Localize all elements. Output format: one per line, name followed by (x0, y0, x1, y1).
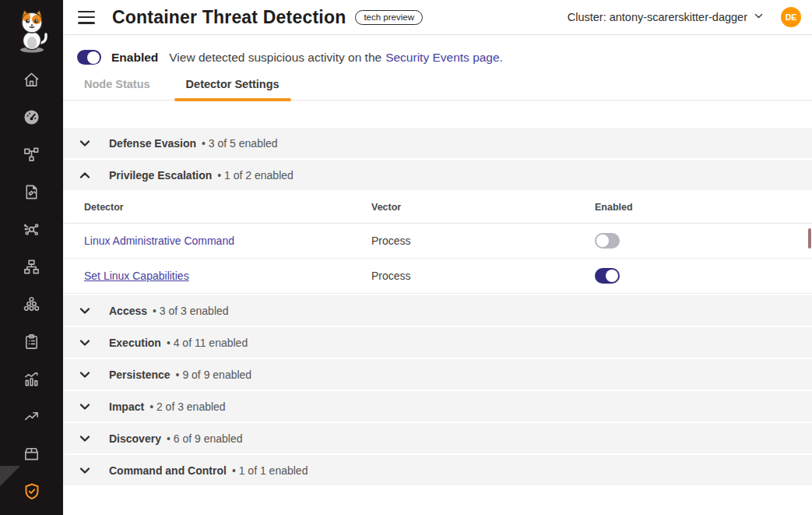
chevron-up-icon (79, 169, 91, 182)
network-flow-icon (23, 146, 40, 167)
section-count: • 9 of 9 enabled (176, 369, 252, 381)
sidebar-item-network-flow[interactable] (0, 137, 63, 175)
chevron-down-icon (79, 464, 91, 477)
column-header-vector: Vector (371, 202, 595, 213)
detector-table-header: Detector Vector Enabled (63, 192, 812, 224)
section-execution[interactable]: Execution • 4 of 11 enabled (63, 327, 812, 358)
section-count: • 3 of 5 enabled (202, 137, 278, 150)
section-impact[interactable]: Impact • 2 of 3 enabled (63, 391, 812, 422)
section-count: • 1 of 1 enabled (232, 464, 308, 477)
section-count: • 6 of 9 enabled (167, 432, 243, 445)
top-bar: Container Threat Detection tech preview … (63, 0, 812, 35)
section-label: Access (109, 305, 147, 317)
scrollbar-thumb[interactable] (808, 228, 811, 249)
chevron-down-icon (79, 369, 91, 381)
sidebar-corner-decoration (0, 466, 20, 486)
tab-detector-settings[interactable]: Detector Settings (174, 78, 291, 100)
tab-node-status[interactable]: Node Status (84, 78, 150, 100)
column-header-enabled: Enabled (595, 202, 812, 213)
enabled-label: Enabled (111, 51, 158, 65)
sidebar-item-dashboard[interactable] (0, 100, 63, 137)
security-events-link[interactable]: Security Events page. (385, 51, 503, 65)
section-count: • 1 of 2 enabled (217, 169, 294, 182)
chevron-down-icon (79, 305, 91, 317)
detector-toggle[interactable] (595, 233, 620, 249)
home-icon (23, 71, 40, 92)
sidebar-nav (0, 0, 63, 515)
section-count: • 2 of 3 enabled (149, 400, 226, 413)
sidebar-item-network-topology[interactable] (0, 249, 63, 287)
chevron-down-icon (79, 432, 91, 445)
table-row: Linux Administrative Command Process (63, 224, 812, 259)
section-persistence[interactable]: Persistence • 9 of 9 enabled (63, 359, 812, 390)
section-label: Command and Control (109, 464, 227, 477)
section-command-and-control[interactable]: Command and Control • 1 of 1 enabled (63, 455, 812, 485)
network-topology-icon (23, 258, 40, 279)
section-label: Privilege Escalation (109, 169, 212, 182)
main-area: Container Threat Detection tech preview … (63, 0, 812, 515)
detector-table: Detector Vector Enabled Linux Administra… (63, 192, 812, 294)
menu-button[interactable] (78, 11, 95, 24)
section-label: Persistence (109, 369, 170, 381)
section-label: Discovery (109, 432, 161, 445)
sidebar-item-trends[interactable] (0, 399, 63, 436)
service-graph-icon (23, 220, 40, 242)
detection-status-banner: Enabled View detected suspicious activit… (63, 35, 812, 65)
chevron-down-icon (754, 11, 764, 23)
table-row: Set Linux Capabilities Process (63, 259, 812, 294)
section-count: • 3 of 3 enabled (153, 305, 229, 317)
tab-bar: Node Status Detector Settings (63, 78, 812, 101)
section-label: Impact (109, 400, 144, 413)
sidebar-item-service-graph[interactable] (0, 212, 63, 249)
sidebar-icon-list (0, 62, 63, 511)
column-header-detector: Detector (84, 202, 371, 213)
sidebar-item-logs[interactable] (0, 362, 63, 399)
dashboard-icon (23, 108, 40, 129)
calico-cat-logo[interactable] (14, 6, 50, 56)
packages-box-icon (23, 445, 40, 466)
sidebar-item-home[interactable] (0, 62, 63, 100)
app-window: Container Threat Detection tech preview … (0, 0, 812, 515)
sidebar-item-policies[interactable] (0, 175, 63, 212)
chevron-down-icon (79, 400, 91, 413)
section-count: • 4 of 11 enabled (167, 337, 248, 349)
logs-chart-icon (23, 370, 40, 391)
section-defense-evasion[interactable]: Defense Evasion • 3 of 5 enabled (63, 128, 812, 158)
banner-description: View detected suspicious activity on the (169, 51, 381, 65)
detection-enabled-toggle[interactable] (77, 50, 101, 65)
sidebar-item-compliance[interactable] (0, 324, 63, 362)
detector-accordion: Defense Evasion • 3 of 5 enabled Privile… (63, 128, 812, 487)
chevron-down-icon (79, 337, 91, 349)
section-discovery[interactable]: Discovery • 6 of 9 enabled (63, 423, 812, 453)
cluster-selector-label: Cluster: antony-scarerskitter-dagger (568, 11, 747, 23)
nodes-icon (23, 295, 40, 316)
section-privilege-escalation[interactable]: Privilege Escalation • 1 of 2 enabled (63, 160, 812, 190)
cluster-selector[interactable]: Cluster: antony-scarerskitter-dagger (568, 11, 764, 23)
chevron-down-icon (79, 137, 91, 150)
page-title: Container Threat Detection (112, 7, 346, 28)
user-avatar[interactable]: DE (781, 7, 801, 27)
detector-toggle[interactable] (595, 268, 620, 284)
tech-preview-badge: tech preview (355, 10, 423, 25)
vector-value: Process (371, 270, 595, 282)
policies-edit-icon (23, 183, 40, 204)
trends-icon (23, 407, 40, 429)
threat-defense-shield-icon (23, 481, 41, 504)
sidebar-item-nodes[interactable] (0, 287, 63, 324)
compliance-clipboard-icon (23, 333, 40, 354)
section-label: Execution (109, 337, 161, 349)
vector-value: Process (371, 235, 595, 247)
detector-link-linux-administrative-command[interactable]: Linux Administrative Command (84, 235, 234, 247)
detector-link-set-linux-capabilities[interactable]: Set Linux Capabilities (84, 270, 189, 282)
section-label: Defense Evasion (109, 137, 196, 150)
section-access[interactable]: Access • 3 of 3 enabled (63, 295, 812, 326)
